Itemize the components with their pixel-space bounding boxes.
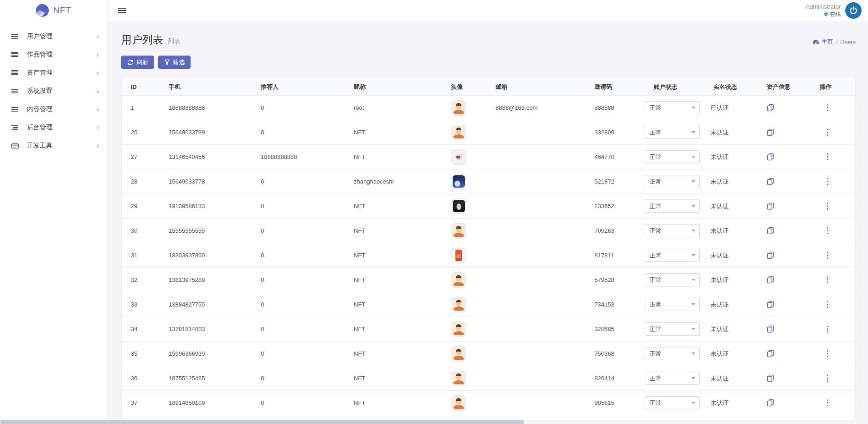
row-actions-button[interactable]	[824, 299, 831, 310]
copy-asset-info-button[interactable]	[767, 178, 774, 185]
user-avatar[interactable]	[845, 2, 862, 19]
kebab-dots-icon	[827, 104, 828, 106]
column-header[interactable]: 账户状态	[645, 83, 710, 91]
row-actions-button[interactable]	[824, 348, 831, 359]
copy-asset-info-button[interactable]	[767, 153, 774, 161]
account-status-select[interactable]: 正常	[645, 224, 700, 237]
row-actions-button[interactable]	[824, 176, 831, 187]
avatar-image[interactable]	[451, 346, 466, 362]
row-actions-button[interactable]	[824, 373, 831, 383]
avatar-image[interactable]	[451, 297, 466, 312]
page-title: 用户列表	[121, 33, 163, 47]
refresh-button[interactable]: 刷新	[121, 56, 154, 69]
copy-icon	[767, 350, 774, 358]
account-status-select[interactable]: 正常	[645, 249, 700, 262]
account-status-select[interactable]: 正常	[645, 150, 700, 163]
cell-nickname: NFT	[354, 375, 446, 382]
avatar-image[interactable]	[451, 371, 466, 386]
cell-invite-code: 734153	[593, 301, 645, 308]
avatar-image[interactable]	[451, 395, 466, 411]
column-header[interactable]: 推荐人	[261, 83, 354, 91]
scrollbar-thumb[interactable]	[0, 420, 524, 424]
brand-link[interactable]: NFT	[0, 0, 107, 21]
row-actions-button[interactable]	[824, 250, 831, 261]
account-status-select[interactable]: 正常	[645, 372, 700, 385]
chevron-down-icon	[692, 352, 695, 355]
sidebar-menu-item[interactable]: 资产管理	[0, 64, 107, 82]
cell-id: 36	[122, 375, 169, 382]
sidebar-menu-item[interactable]: 内容管理	[0, 100, 107, 118]
account-status-select[interactable]: 正常	[645, 273, 700, 286]
account-status-select[interactable]: 正常	[645, 322, 700, 336]
horizontal-scrollbar[interactable]	[0, 420, 868, 424]
copy-asset-info-button[interactable]	[767, 128, 774, 136]
avatar-image[interactable]	[451, 174, 466, 189]
account-status-select[interactable]: 正常	[645, 298, 700, 311]
table-header-row: ID ↑ 手机 推荐人 昵称 头像 邮箱 邀请码 账户状态 实名状态 资产信息 …	[122, 78, 855, 96]
table-row: 30 15555555555 0 NFT 709263 正常 未认证	[122, 219, 855, 243]
menu-list-icon	[11, 70, 19, 76]
copy-asset-info-button[interactable]	[767, 276, 774, 284]
cell-phone: 13146540456	[169, 153, 261, 160]
sidebar-menu-item[interactable]: 用户管理	[0, 27, 107, 46]
column-header[interactable]: 昵称	[354, 83, 446, 91]
copy-asset-info-button[interactable]	[767, 399, 774, 407]
account-status-select[interactable]: 正常	[645, 396, 700, 409]
row-actions-button[interactable]	[824, 225, 831, 236]
row-actions-button[interactable]	[824, 275, 831, 285]
row-actions-button[interactable]	[824, 201, 831, 211]
copy-asset-info-button[interactable]	[767, 350, 774, 358]
row-actions-button[interactable]	[824, 127, 831, 138]
account-status-select[interactable]: 正常	[645, 175, 700, 188]
breadcrumb-home-link[interactable]: 主页	[812, 38, 833, 46]
cell-avatar	[446, 125, 491, 140]
column-header-label: 资产信息	[767, 83, 790, 91]
column-header[interactable]: 资产信息	[763, 83, 818, 91]
sidebar-menu-item[interactable]: 作品管理	[0, 46, 107, 64]
copy-asset-info-button[interactable]	[767, 325, 774, 333]
user-menu[interactable]: Administrator 在线	[806, 2, 862, 19]
kebab-dots-icon	[827, 276, 828, 278]
account-status-select[interactable]: 正常	[645, 199, 700, 213]
row-actions-button[interactable]	[824, 324, 831, 334]
cell-phone: 15649033778	[169, 178, 261, 185]
cell-invite-code: 826414	[593, 375, 645, 382]
row-actions-button[interactable]	[824, 102, 831, 113]
column-header-label: 实名状态	[713, 83, 737, 91]
avatar-image[interactable]	[451, 149, 466, 165]
avatar-image[interactable]	[451, 322, 466, 337]
copy-asset-info-button[interactable]	[767, 202, 774, 210]
avatar-image[interactable]	[451, 223, 466, 239]
column-header[interactable]: 邀请码	[593, 83, 645, 91]
copy-asset-info-button[interactable]	[767, 227, 774, 235]
filter-button[interactable]: 筛选	[158, 56, 191, 69]
avatar-image[interactable]	[451, 100, 466, 116]
hamburger-menu-button[interactable]	[118, 7, 128, 14]
account-status-select[interactable]: 正常	[645, 101, 700, 114]
row-actions-button[interactable]	[824, 398, 831, 408]
column-header[interactable]: 头像	[446, 83, 491, 91]
avatar-image[interactable]	[451, 248, 466, 263]
copy-asset-info-button[interactable]	[767, 374, 774, 382]
copy-asset-info-button[interactable]	[767, 251, 774, 259]
account-status-select[interactable]: 正常	[645, 126, 700, 139]
column-header[interactable]: 邮箱	[491, 83, 593, 91]
column-header[interactable]: 操作	[818, 83, 858, 91]
sidebar-menu-item[interactable]: 系统设置	[0, 82, 107, 100]
copy-asset-info-button[interactable]	[767, 104, 774, 112]
sidebar-menu-item[interactable]: 开发工具	[0, 137, 107, 155]
avatar-image[interactable]	[451, 199, 466, 214]
column-header[interactable]: ID ↑	[122, 83, 169, 90]
cell-phone: 18755125465	[169, 375, 261, 382]
column-header[interactable]: 手机	[169, 83, 261, 91]
cell-referrer: 0	[261, 301, 354, 308]
copy-asset-info-button[interactable]	[767, 301, 774, 308]
row-actions-button[interactable]	[824, 152, 831, 162]
avatar-image[interactable]	[451, 272, 466, 288]
cell-avatar	[446, 223, 491, 239]
account-status-select[interactable]: 正常	[645, 347, 700, 360]
avatar-image[interactable]	[451, 125, 466, 140]
cell-referrer: 0	[261, 375, 354, 382]
column-header[interactable]: 实名状态	[710, 83, 763, 91]
sidebar-menu-item[interactable]: 后台管理	[0, 118, 107, 137]
